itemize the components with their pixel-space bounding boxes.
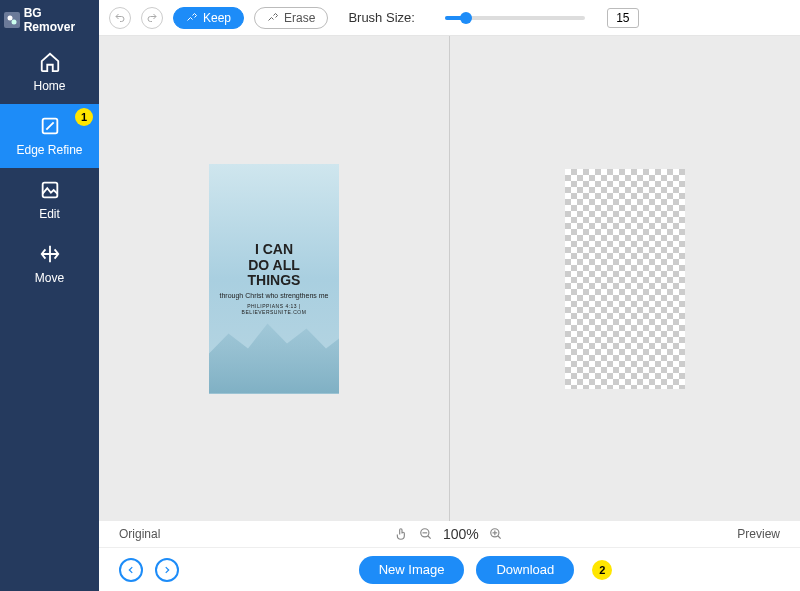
preview-pane bbox=[450, 36, 800, 521]
keep-button[interactable]: Keep bbox=[173, 7, 244, 29]
annotation-badge-2: 2 bbox=[592, 560, 612, 580]
sidebar-item-label: Edge Refine bbox=[16, 143, 82, 157]
edit-icon bbox=[39, 179, 61, 201]
footer: New Image Download 2 bbox=[99, 547, 800, 591]
labels-bar: Original 100% Preview bbox=[99, 521, 800, 547]
next-button[interactable] bbox=[155, 558, 179, 582]
keep-icon bbox=[186, 12, 198, 24]
toolbar: Keep Erase Brush Size: 15 bbox=[99, 0, 800, 36]
sidebar-item-edge-refine[interactable]: 1 Edge Refine bbox=[0, 104, 99, 168]
image-text-line1: I CAN bbox=[255, 242, 293, 257]
app-logo-icon bbox=[4, 12, 20, 28]
sidebar-item-label: Move bbox=[35, 271, 64, 285]
erase-icon bbox=[267, 12, 279, 24]
sidebar-item-label: Home bbox=[33, 79, 65, 93]
original-image[interactable]: I CAN DO ALL THINGS through Christ who s… bbox=[209, 164, 339, 394]
app-title: BG Remover bbox=[0, 0, 99, 40]
brush-size-label: Brush Size: bbox=[348, 10, 414, 25]
image-text-line2: DO ALL bbox=[248, 258, 300, 273]
zoom-value: 100% bbox=[443, 526, 479, 542]
download-label: Download bbox=[496, 562, 554, 577]
new-image-label: New Image bbox=[379, 562, 445, 577]
image-text-tiny: PHILIPPIANS 4:13 | BELIEVERSUNITE.COM bbox=[217, 303, 331, 315]
zoom-out-icon[interactable] bbox=[419, 527, 433, 541]
svg-point-0 bbox=[7, 16, 12, 21]
prev-button[interactable] bbox=[119, 558, 143, 582]
keep-label: Keep bbox=[203, 11, 231, 25]
new-image-button[interactable]: New Image bbox=[359, 556, 465, 584]
erase-label: Erase bbox=[284, 11, 315, 25]
image-text-sub: through Christ who strengthens me bbox=[220, 292, 329, 299]
sidebar-item-home[interactable]: Home bbox=[0, 40, 99, 104]
download-button[interactable]: Download bbox=[476, 556, 574, 584]
original-label: Original bbox=[119, 527, 160, 541]
home-icon bbox=[39, 51, 61, 73]
zoom-in-icon[interactable] bbox=[489, 527, 503, 541]
original-pane: I CAN DO ALL THINGS through Christ who s… bbox=[99, 36, 449, 521]
preview-image-transparent[interactable] bbox=[565, 169, 685, 389]
erase-button[interactable]: Erase bbox=[254, 7, 328, 29]
svg-line-10 bbox=[497, 536, 500, 539]
svg-line-6 bbox=[428, 536, 431, 539]
redo-button[interactable] bbox=[141, 7, 163, 29]
image-text-line3: THINGS bbox=[248, 273, 301, 288]
main-area: Keep Erase Brush Size: 15 I bbox=[99, 0, 800, 591]
preview-label: Preview bbox=[737, 527, 780, 541]
sidebar-item-move[interactable]: Move bbox=[0, 232, 99, 296]
zoom-controls: 100% bbox=[395, 526, 503, 542]
edge-refine-icon bbox=[39, 115, 61, 137]
undo-button[interactable] bbox=[109, 7, 131, 29]
annotation-badge-1: 1 bbox=[75, 108, 93, 126]
app-title-text: BG Remover bbox=[24, 6, 95, 34]
sidebar-item-label: Edit bbox=[39, 207, 60, 221]
hand-tool-icon[interactable] bbox=[395, 527, 409, 541]
sidebar-item-edit[interactable]: Edit bbox=[0, 168, 99, 232]
move-icon bbox=[39, 243, 61, 265]
sidebar: BG Remover Home 1 Edge Refine Edit Mov bbox=[0, 0, 99, 591]
split-view: I CAN DO ALL THINGS through Christ who s… bbox=[99, 36, 800, 521]
brush-size-value[interactable]: 15 bbox=[607, 8, 639, 28]
brush-size-slider[interactable] bbox=[445, 16, 585, 20]
svg-point-1 bbox=[11, 20, 16, 25]
